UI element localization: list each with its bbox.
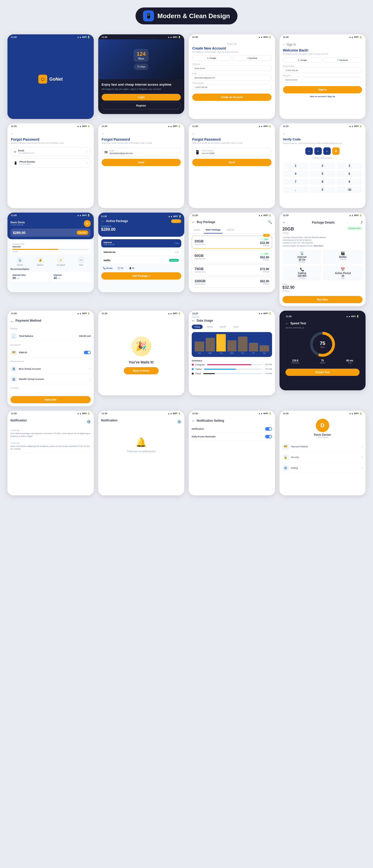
tab-week[interactable]: Week (205, 324, 215, 329)
signin-button[interactable]: Sign In (283, 86, 362, 93)
profile-menu-security[interactable]: 🔒 Security › (282, 452, 363, 463)
profile-menu-payment[interactable]: 💳 Payment Method › (282, 441, 363, 452)
status-bar-active-pkg: 11:20 ▲▲ WiFi 🔋 (101, 215, 181, 219)
num-9[interactable]: 9 (337, 179, 362, 185)
back-forgot2[interactable]: ← (102, 132, 181, 135)
status-bar-signin: 11:20 ▲▲ WiFi 🔋 (279, 34, 366, 39)
back-notif-settings[interactable]: ← (192, 419, 195, 423)
phone-field[interactable]: +1 872 218 28 (192, 84, 272, 90)
tab-month[interactable]: Month (217, 324, 229, 329)
balance-toggle[interactable] (84, 351, 91, 354)
add-package-button[interactable]: Add Package + (101, 272, 181, 280)
signin-phone-field[interactable]: +1 872 218 28 (283, 67, 362, 73)
tab-years[interactable]: Years (231, 324, 241, 329)
register-button[interactable]: Register (102, 102, 181, 109)
resend-text: Resend code in 00:48 (283, 157, 362, 159)
back-arrow-signin[interactable]: ← Sign In (283, 43, 362, 46)
num-6[interactable]: 6 (337, 170, 362, 177)
profile-avatar-wrap: D Davis Danian + 264 4Mnust (282, 419, 363, 438)
signin-facebook-btn[interactable]: f Facebook (323, 58, 362, 63)
screen-buy-package: 11:20 ▲▲ WiFi 🔋 ← Buy Package 🔍 Quota Ma… (189, 213, 275, 306)
restart-test-button[interactable]: Restart Test (285, 369, 360, 376)
search-icon-buy[interactable]: 🔍 (268, 220, 272, 224)
qm-more-label: More (79, 264, 83, 266)
phone-splash: 11:20 ▲▲ WiFi 🔋 ⬡ GoNet (7, 34, 94, 119)
num-7[interactable]: 7 (283, 179, 308, 185)
subscribe-button[interactable]: Subscribe (10, 396, 91, 403)
signin-google-btn[interactable]: G Google (283, 58, 322, 63)
send-button-email[interactable]: Send (102, 159, 181, 166)
num-3[interactable]: 3 (337, 162, 362, 169)
share-icon[interactable]: ⤴ (361, 221, 363, 224)
facebook-btn[interactable]: f Facebook (233, 56, 271, 61)
qm-speed[interactable]: ⚡ Top Speed (51, 257, 70, 266)
create-account-button[interactable]: Create an Account (192, 94, 272, 101)
num-4[interactable]: 4 (283, 170, 308, 177)
notif-toggle[interactable] (265, 427, 272, 431)
buy-pkg-card-50gb[interactable]: 50GB Internet Xtra 10% $52.90 30/Days (192, 250, 272, 263)
back-verify[interactable]: ← (283, 132, 362, 135)
screen-notif-settings: 11:20 ▲▲ WiFi 🔋 ← Notification Setting N… (189, 411, 275, 495)
otp-box-3[interactable]: • (323, 147, 331, 155)
back-data-usage[interactable]: ← (192, 319, 195, 322)
back-forgot1[interactable]: ← (11, 132, 90, 135)
qm-internet[interactable]: 📡 Internet (10, 257, 29, 266)
tab-today[interactable]: Today (192, 324, 203, 329)
pkg-type-50: Internet Xtra (195, 258, 205, 260)
num-8[interactable]: 8 (310, 179, 335, 185)
pkg-item-netflix[interactable]: Netflix Unlimited (101, 257, 181, 264)
back-forgot3[interactable]: ← (192, 132, 272, 135)
bca-option[interactable]: 🏦 BCA Virtual Account › (10, 364, 91, 374)
gauge-unit: Mbps (320, 346, 325, 348)
tab-add-on[interactable]: Add On (225, 227, 236, 234)
topup-button[interactable]: Top Up (77, 230, 88, 235)
pkg-item-internet[interactable]: Internet 8 Gb of 18 Gb 7 Gb (101, 239, 181, 247)
tab-quota[interactable]: Quota (192, 227, 202, 234)
notif-text-1: Your internet package may expired on Nom… (10, 432, 91, 438)
phone-method-option[interactable]: 📱 Phone Number •••• •••• 2345 › (11, 158, 90, 167)
num-5[interactable]: 5 (310, 170, 335, 177)
back-speed[interactable]: ← (285, 321, 289, 326)
balance-option[interactable]: 💳 $389.00 (10, 347, 91, 358)
otp-box-2[interactable]: • (314, 147, 322, 155)
login-button[interactable]: Login (102, 94, 181, 100)
back-pkg-detail[interactable]: ← (282, 221, 286, 224)
num-1[interactable]: 1 (283, 162, 308, 169)
rec-card-2[interactable]: Internet 40 GB (52, 272, 91, 282)
mandiri-option[interactable]: 🏛️ Mandiri Virtual Account › (10, 374, 91, 384)
google-btn[interactable]: G Google (192, 56, 231, 61)
email-method-option[interactable]: ✉ Email •••••••@gmail.com › (11, 147, 90, 156)
signin-password-field[interactable]: •••••••••••••••••• (283, 77, 362, 83)
back-active-pkg[interactable]: ← (101, 219, 105, 223)
profile-menu-settings[interactable]: ⚙️ Setting › (282, 463, 363, 473)
num-del[interactable]: ⌫ (337, 186, 362, 193)
email-field[interactable]: davisdanin@gmail.com (192, 75, 272, 81)
full-name-field[interactable]: Davis Donin (192, 65, 272, 71)
num-0[interactable]: 0 (310, 186, 335, 193)
emoney-group: E-Money (10, 387, 91, 389)
num-dot[interactable]: . (283, 186, 308, 193)
qm-balance[interactable]: 💰 Balance (31, 257, 50, 266)
buy-now-button[interactable]: Buy Now (282, 296, 363, 303)
phone-data-usage: 11:20 ▲▲ WiFi 🔋 ← Data Usage Today Week … (189, 311, 275, 395)
otp-box-1[interactable]: • (305, 147, 313, 155)
send-button-phone[interactable]: Send (192, 159, 272, 166)
buy-pkg-card-100gb[interactable]: 100GB Internet Xtra $92.90 30/Days (192, 277, 272, 287)
buy-pkg-card-20gb[interactable]: 10% 20GB Internet Xtra 10% $32.90 30/Day… (192, 236, 272, 249)
topup-badge[interactable]: Top Up (171, 219, 181, 223)
settings-icon-notif2[interactable]: ⚙️ (177, 420, 181, 424)
back-to-home-button[interactable]: Back to Home (124, 367, 159, 374)
usage-tabs: Today Week Month Years (192, 324, 272, 329)
buy-pkg-card-75gb[interactable]: 75GB Internet Xtra $72.90 30/Days (192, 265, 272, 275)
otp-box-4[interactable]: 4 (332, 147, 340, 155)
tab-main-package[interactable]: Main Package (204, 227, 223, 234)
pkg-item-internet-go[interactable]: Internet Go 4 Gb (101, 249, 181, 255)
back-payment[interactable]: ← (10, 320, 14, 323)
settings-icon-notif[interactable]: ⚙️ (87, 420, 91, 424)
promo-toggle[interactable] (265, 435, 272, 438)
qm-more[interactable]: ⋯ More (72, 257, 91, 266)
num-2[interactable]: 2 (310, 162, 335, 169)
back-buy-pkg[interactable]: ← (192, 220, 195, 224)
rec-card-1[interactable]: Internet Xtra 30 GB (10, 272, 49, 282)
status-bar-forgot3: 11:20 ▲▲ WiFi 🔋 (189, 123, 275, 128)
